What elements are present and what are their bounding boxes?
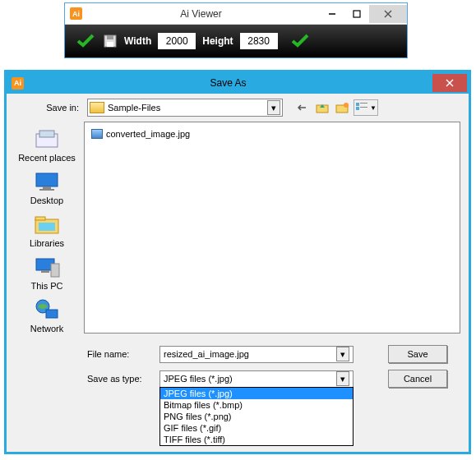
window-controls [320,5,407,23]
maximize-icon [353,10,361,18]
save-as-dialog: Ai Save As Save in: Sample-Files ▾ [4,70,471,454]
apply-check-icon[interactable] [76,33,96,49]
savetype-option[interactable]: JPEG files (*.jpg) [160,388,353,399]
ai-logo-icon: Ai [12,77,24,90]
svg-rect-6 [107,42,113,47]
file-list[interactable]: converted_image.jpg [84,122,460,334]
file-item[interactable]: converted_image.jpg [90,127,455,140]
viewer-toolbar: Width Height [65,25,407,58]
ai-viewer-window: Ai Ai Viewer Width Height [64,2,408,58]
up-folder-icon [315,101,330,114]
savetype-option[interactable]: GIF files (*.gif) [160,422,353,434]
viewer-titlebar: Ai Ai Viewer [65,3,407,25]
cancel-button[interactable]: Cancel [388,370,447,388]
savetype-combo[interactable]: JPEG files (*.jpg) ▾ [159,370,354,388]
chevron-down-icon[interactable]: ▾ [336,347,349,361]
this-pc-icon [33,255,61,279]
place-recent[interactable]: Recent places [18,126,76,163]
savetype-dropdown[interactable]: JPEG files (*.jpg)Bitmap files (*.bmp)PN… [159,387,354,446]
savetype-label: Save as type: [87,374,153,384]
viewer-title: Ai Viewer [82,8,320,20]
svg-rect-1 [354,11,360,17]
close-icon [384,10,392,18]
savein-combo[interactable]: Sample-Files ▾ [87,99,283,117]
desktop-icon [33,169,61,194]
place-desktop[interactable]: Desktop [30,169,63,205]
svg-rect-18 [36,173,58,186]
image-file-icon [91,129,103,139]
filename-combo[interactable]: resized_ai_image.jpg ▾ [159,346,354,363]
confirm-check-icon[interactable] [291,33,311,49]
savein-bar: Save in: Sample-Files ▾ ▼ [15,99,460,117]
minimize-button[interactable] [320,5,344,23]
save-disk-icon[interactable] [103,34,118,48]
svg-rect-22 [35,217,45,220]
svg-rect-17 [39,131,54,137]
view-icon [355,102,368,113]
svg-rect-25 [41,270,49,273]
filename-value: resized_ai_image.jpg [164,349,336,359]
svg-rect-20 [39,189,54,191]
height-input[interactable] [240,33,278,49]
width-label: Width [124,35,151,47]
savetype-option[interactable]: TIFF files (*.tiff) [160,434,353,445]
svg-rect-26 [51,264,59,277]
libraries-icon [33,212,61,237]
svg-rect-13 [360,103,367,104]
maximize-button[interactable] [344,5,369,23]
network-icon [33,297,61,322]
svg-rect-23 [39,223,55,231]
place-libraries[interactable]: Libraries [30,212,64,248]
height-label: Height [202,35,233,47]
ai-logo-icon: Ai [70,7,82,20]
savetype-option[interactable]: PNG files (*.png) [160,411,353,422]
savein-value: Sample-Files [108,103,267,113]
up-folder-button[interactable] [314,99,330,116]
back-button[interactable] [294,99,311,116]
places-bar: Recent places Desktop Libraries [15,122,79,334]
width-input[interactable] [158,33,196,49]
saveas-titlebar: Ai Save As [7,72,469,94]
savetype-option[interactable]: Bitmap files (*.bmp) [160,399,353,411]
svg-rect-14 [356,107,359,110]
close-dialog-button[interactable] [432,74,467,92]
recent-places-icon [33,126,61,151]
filename-label: File name: [87,349,153,359]
svg-rect-15 [360,107,367,108]
savein-label: Save in: [15,103,82,113]
minimize-icon [328,10,336,18]
new-folder-icon [335,101,349,114]
svg-point-11 [344,103,349,108]
file-name: converted_image.jpg [106,129,190,139]
back-arrow-icon [296,103,309,113]
svg-rect-5 [107,35,113,39]
svg-rect-12 [356,103,359,106]
new-folder-button[interactable] [334,99,350,116]
close-viewer-button[interactable] [369,5,407,23]
savetype-value: JPEG files (*.jpg) [164,374,336,384]
chevron-down-icon[interactable]: ▾ [267,100,280,115]
place-thispc[interactable]: This PC [30,255,62,291]
folder-icon [90,102,104,113]
svg-rect-19 [43,186,51,189]
close-icon [446,79,454,87]
saveas-title: Save As [24,77,432,89]
place-network[interactable]: Network [30,297,63,334]
svg-rect-28 [46,310,58,318]
save-button[interactable]: Save [388,345,447,363]
view-menu-button[interactable]: ▼ [354,99,378,116]
chevron-down-icon[interactable]: ▾ [336,371,349,386]
chevron-down-icon: ▼ [370,104,377,112]
